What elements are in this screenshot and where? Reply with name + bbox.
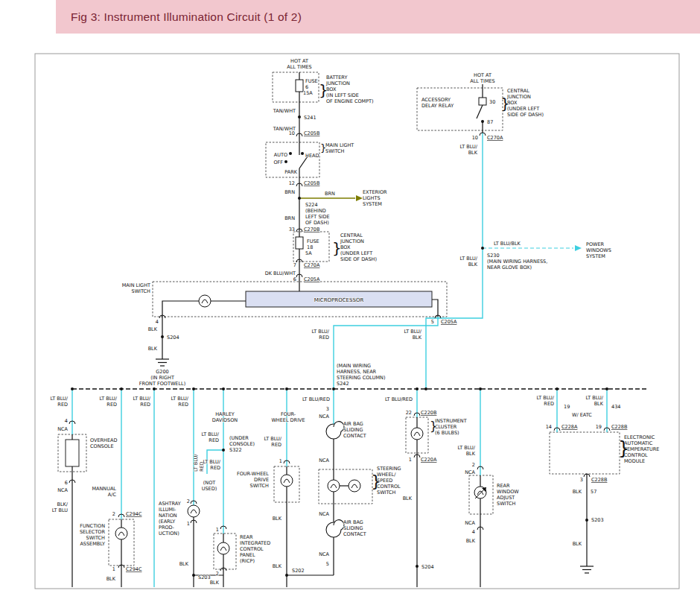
diagram-label: RED — [57, 402, 68, 408]
diagram-label: OF DASH) — [305, 220, 329, 226]
diagram-label: (MAIN WIRING — [337, 363, 371, 369]
diagram-label: (NOT — [203, 480, 216, 486]
diagram-label: SLIDING — [343, 427, 363, 433]
diagram-label: FUSE — [305, 78, 318, 84]
diagram-label: LT BLU/ — [193, 454, 199, 472]
junction-dot — [71, 387, 74, 390]
diagram-label: SIDE OF DASH) — [507, 112, 544, 118]
diagram-label: NCA — [319, 414, 329, 419]
junction-dot — [585, 519, 588, 522]
diagram-label: ILLUMI- — [159, 507, 176, 513]
lamp-icon — [328, 480, 340, 492]
diagram-label: C205A — [441, 319, 457, 325]
diagram-label: CONTACT — [343, 531, 366, 537]
diagram-label: INTEGRATED — [240, 540, 270, 546]
junction-dot — [416, 387, 419, 390]
diagram-label: A/C — [108, 492, 117, 498]
wiring-diagram: HOT ATALL TIMESFUSE615ABATTERYJUNCTIONBO… — [0, 0, 700, 608]
diagram-label: 2 — [112, 511, 115, 517]
diagram-label: RED — [271, 442, 281, 448]
junction-dot — [285, 387, 288, 390]
diagram-label: C220A — [421, 457, 437, 463]
diagram-label: RED — [140, 402, 150, 408]
diagram-label: 6 — [293, 276, 296, 282]
diagram-label: 5 — [326, 561, 329, 567]
diagram-label: 6 — [305, 84, 308, 90]
junction-dot — [222, 387, 225, 390]
diagram-label: LT BLU/ — [100, 396, 118, 402]
diagram-label: BLK — [573, 489, 582, 495]
diagram-label: SWITCH — [132, 288, 151, 294]
diagram-label: OFF — [273, 159, 283, 165]
diagram-label: 3 — [580, 477, 583, 483]
diagram-label: DK BLU/WHT — [265, 270, 296, 276]
diagram-label: NCA — [57, 426, 68, 432]
diagram-label: 18 — [307, 244, 313, 250]
diagram-label: RED — [544, 401, 554, 407]
diagram-label: SWITCH — [377, 490, 396, 495]
diagram-label: } — [500, 95, 510, 113]
junction-dot — [479, 387, 482, 390]
diagram-label: 15A — [303, 90, 313, 96]
diagram-label: LT BLU/ — [133, 396, 151, 402]
diagram-label: ALL TIMES — [287, 64, 311, 70]
diagram-label: ASSEMBLY — [80, 541, 105, 547]
diagram-label: LT BLU/ — [171, 396, 189, 402]
diagram-label: DAVIDSON — [212, 417, 238, 423]
fuse-icon — [296, 237, 303, 249]
diagram-label: ACCESSORY — [421, 97, 451, 103]
diagram-label: BLK — [148, 326, 158, 332]
diagram-border — [35, 54, 679, 589]
diagram-label: SWITCH — [497, 501, 516, 507]
diagram-label: (EARLY — [159, 519, 175, 525]
junction-dot — [481, 120, 484, 123]
lamp-icon — [411, 428, 423, 440]
diagram-label: LT BLU/ — [460, 144, 478, 150]
junction-dot — [192, 574, 195, 577]
diagram-label: BRN — [325, 191, 335, 197]
diagram-label: ASHTRAY — [159, 501, 181, 507]
diagram-label: 2 — [472, 462, 475, 468]
diagram-label: PANEL — [240, 552, 255, 558]
diagram-label: BOX — [340, 244, 351, 250]
diagram-label: S322 — [229, 447, 242, 453]
diagram-label: (IN LEFT SIDE — [326, 92, 359, 98]
diagram-label: MODULE — [624, 458, 645, 464]
diagram-label: } — [618, 438, 629, 459]
diagram-label: AIR BAG — [343, 421, 363, 427]
diagram-label: 7 — [293, 262, 296, 268]
diagram-label: } — [320, 142, 326, 153]
junction-dot — [153, 387, 156, 390]
diagram-label: NCA — [57, 487, 68, 493]
diagram-label: W/ EATC — [572, 412, 592, 418]
diagram-label: (MAIN WIRING HARNESS, — [487, 259, 547, 265]
diagram-label: LEFT SIDE — [305, 214, 330, 220]
diagram-label: INSTRUMENT — [435, 418, 467, 424]
fuse-icon — [479, 98, 486, 105]
diagram-label: REAR — [497, 483, 510, 489]
diagram-label: 4 — [65, 418, 68, 424]
junction-dot — [222, 449, 225, 452]
diagram-label: LT BLU/ — [586, 395, 604, 401]
diagram-label: BLK/ — [57, 501, 68, 507]
diagram-label: (BEHIND — [305, 208, 326, 214]
diagram-label: BLK — [468, 150, 478, 156]
diagram-label: CONSOLE — [90, 443, 114, 449]
diagram-label: TAN/WHT — [273, 108, 296, 114]
diagram-label: JUNCTION — [325, 80, 350, 86]
diagram-label: SYSTEM — [586, 253, 605, 259]
diagram-label: JUNCTION — [340, 238, 364, 244]
diagram-label: LT BLU — [52, 507, 69, 513]
diagram-label: 33 — [289, 227, 295, 232]
diagram-label: } — [332, 239, 342, 257]
diagram-label: 2 — [216, 571, 219, 577]
diagram-label: S203 — [591, 517, 604, 523]
diagram-label: OF ENGINE COMPT) — [326, 98, 374, 104]
diagram-label: HARNESS, NEAR — [337, 369, 377, 375]
diagram-label: NCA — [465, 469, 475, 475]
diagram-label: C205A — [304, 276, 320, 282]
diagram-label: 6 — [65, 480, 68, 486]
diagram-label: BLK — [210, 580, 220, 586]
diagram-label: BLK — [403, 495, 413, 501]
diagram-label: C294C — [126, 511, 142, 517]
